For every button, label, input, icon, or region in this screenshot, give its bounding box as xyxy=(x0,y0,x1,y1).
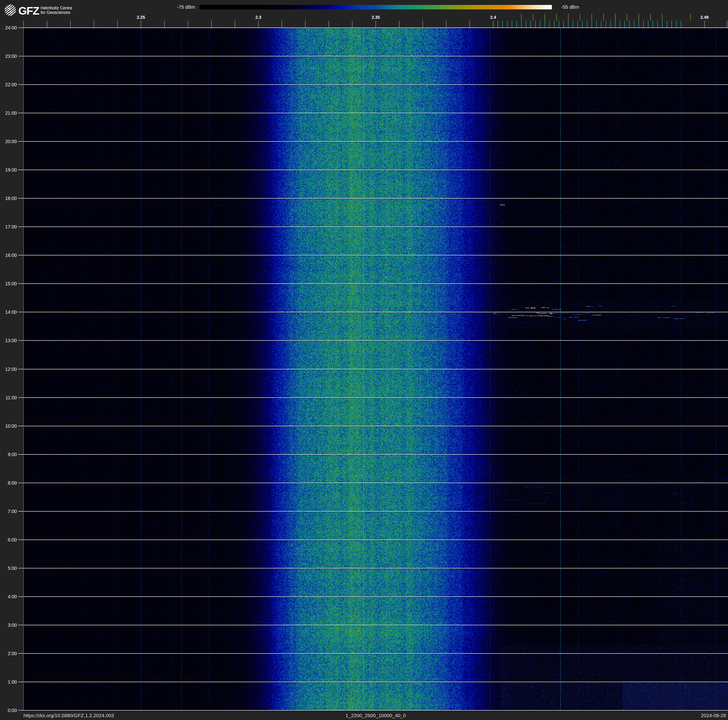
bluetooth-channel-tick xyxy=(639,21,639,28)
bluetooth-channel-tick xyxy=(643,21,644,28)
gfz-logo xyxy=(4,3,17,17)
hour-gridline xyxy=(18,28,728,28)
hour-gridline xyxy=(18,369,728,369)
bluetooth-channel-tick xyxy=(657,21,658,28)
freq-minor-tick xyxy=(704,21,705,28)
bluetooth-channel-tick xyxy=(681,21,681,28)
hour-gridline xyxy=(18,84,728,85)
hour-label: 9:00 xyxy=(0,452,17,457)
wifi-channel-tick xyxy=(650,14,651,21)
hour-label: 16:00 xyxy=(0,253,17,257)
bluetooth-channel-tick xyxy=(606,21,606,28)
freq-minor-tick xyxy=(94,21,94,28)
spectrogram-page: GFZ Helmholtz Centre for Geosciences -75… xyxy=(0,0,728,720)
bluetooth-channel-tick xyxy=(502,21,503,28)
freq-minor-tick xyxy=(281,21,282,28)
hour-label: 24:00 xyxy=(0,25,17,30)
hour-gridline xyxy=(18,710,728,711)
hour-gridline xyxy=(18,596,728,597)
freq-minor-tick xyxy=(258,21,258,28)
footer-bar: https://doi.org/10.5880/GFZ.1.2.2024.003… xyxy=(0,711,728,720)
wifi-channel-tick xyxy=(568,14,569,21)
freq-minor-tick xyxy=(352,21,352,28)
hour-label: 11:00 xyxy=(0,395,17,400)
gfz-brand-text: GFZ xyxy=(18,4,39,17)
colorbar-min-label: -75 dBm xyxy=(167,5,195,10)
wifi-channel-tick xyxy=(556,14,557,21)
freq-minor-tick xyxy=(70,21,71,28)
date-label: 2024-08-26 xyxy=(701,713,726,718)
hour-label: 22:00 xyxy=(0,82,17,87)
wifi-channel-tick xyxy=(639,14,639,21)
hour-gridline xyxy=(18,539,728,540)
bluetooth-channel-tick xyxy=(667,21,667,28)
hour-label: 1:00 xyxy=(0,680,17,684)
bluetooth-channel-tick xyxy=(587,21,587,28)
freq-minor-tick xyxy=(211,21,212,28)
wifi-channel-tick xyxy=(533,14,533,21)
freq-label: 2.4 xyxy=(490,15,496,20)
freq-minor-tick xyxy=(470,21,470,28)
hour-label: 10:00 xyxy=(0,424,17,428)
gfz-tagline-line1: Helmholtz Centre xyxy=(41,6,72,10)
bluetooth-channel-tick xyxy=(535,21,536,28)
freq-minor-tick xyxy=(399,21,399,28)
bluetooth-channel-tick xyxy=(531,21,531,28)
hour-gridline xyxy=(18,511,728,512)
colorbar xyxy=(200,5,552,9)
hour-label: 12:00 xyxy=(0,367,17,372)
wifi-channel-tick xyxy=(544,14,545,21)
hour-label: 18:00 xyxy=(0,196,17,201)
bluetooth-channel-tick xyxy=(653,21,653,28)
colorbar-max-label: -55 dBm xyxy=(561,5,579,10)
bluetooth-channel-tick xyxy=(648,21,648,28)
bluetooth-channel-tick xyxy=(573,21,573,28)
hour-label: 5:00 xyxy=(0,566,17,571)
wifi-channel-tick xyxy=(615,14,615,21)
hour-label: 23:00 xyxy=(0,54,17,58)
wifi-channel-tick xyxy=(627,14,627,21)
hour-label: 19:00 xyxy=(0,167,17,172)
hour-gridline xyxy=(18,568,728,568)
bluetooth-channel-tick xyxy=(629,21,630,28)
wifi-channel-tick xyxy=(662,14,662,21)
bluetooth-channel-tick xyxy=(582,21,583,28)
freq-minor-tick xyxy=(188,21,188,28)
bluetooth-channel-tick xyxy=(568,21,569,28)
hour-label: 4:00 xyxy=(0,594,17,599)
bluetooth-channel-tick xyxy=(601,21,601,28)
hour-gridline xyxy=(18,141,728,142)
bluetooth-channel-tick xyxy=(624,21,625,28)
bluetooth-channel-tick xyxy=(615,21,615,28)
freq-minor-tick xyxy=(117,21,118,28)
hour-gridline xyxy=(18,625,728,625)
hour-gridline xyxy=(18,227,728,227)
bluetooth-channel-tick xyxy=(634,21,634,28)
bluetooth-channel-tick xyxy=(512,21,512,28)
bluetooth-channel-tick xyxy=(559,21,559,28)
bluetooth-channel-tick xyxy=(521,21,522,28)
hour-gridline xyxy=(18,56,728,57)
freq-label: 2.25 xyxy=(137,15,145,20)
hour-label: 7:00 xyxy=(0,509,17,514)
bluetooth-channel-tick xyxy=(676,21,677,28)
plot-left-spine xyxy=(23,28,24,710)
bluetooth-channel-tick xyxy=(544,21,545,28)
hour-gridline xyxy=(18,340,728,341)
bluetooth-channel-tick xyxy=(507,21,508,28)
bluetooth-channel-tick xyxy=(526,21,526,28)
bluetooth-channel-tick xyxy=(549,21,550,28)
freq-edge-tick xyxy=(727,21,727,28)
bluetooth-channel-tick xyxy=(563,21,564,28)
hour-label: 8:00 xyxy=(0,481,17,485)
hour-gridline xyxy=(18,312,728,312)
hour-label: 6:00 xyxy=(0,538,17,542)
hour-gridline xyxy=(18,397,728,398)
wifi-channel-tick xyxy=(521,14,522,21)
wifi-channel-tick xyxy=(592,14,592,21)
hour-label: 3:00 xyxy=(0,623,17,627)
bluetooth-channel-tick xyxy=(662,21,662,28)
bluetooth-channel-tick xyxy=(498,21,498,28)
hour-label: 14:00 xyxy=(0,310,17,314)
freq-minor-tick xyxy=(164,21,165,28)
